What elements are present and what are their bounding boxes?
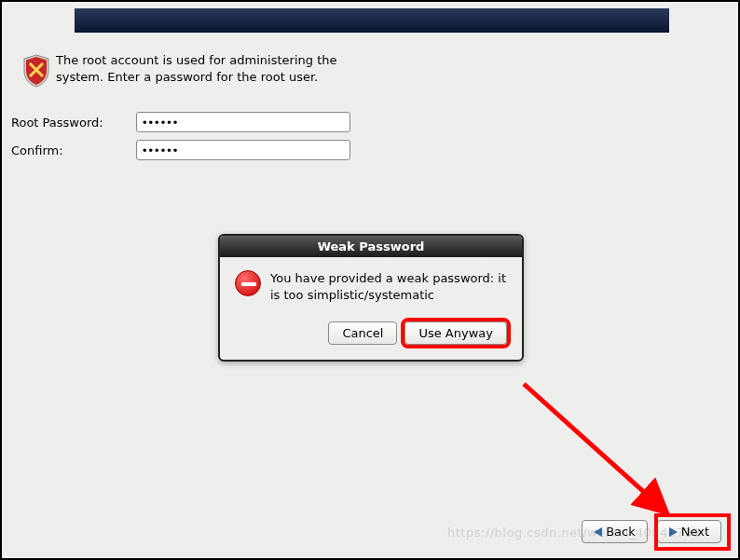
- back-button[interactable]: Back: [582, 520, 648, 543]
- dialog-title: Weak Password: [220, 236, 522, 257]
- arrow-right-icon: [669, 527, 678, 537]
- top-banner: [75, 8, 669, 33]
- arrow-left-icon: [594, 527, 602, 537]
- back-button-label: Back: [606, 525, 636, 539]
- root-password-input[interactable]: [136, 112, 350, 132]
- dialog-message: You have provided a weak password: it is…: [270, 270, 507, 303]
- weak-password-dialog: Weak Password You have provided a weak p…: [218, 234, 524, 362]
- next-button[interactable]: Next: [657, 520, 721, 543]
- cancel-button[interactable]: Cancel: [328, 321, 397, 345]
- use-anyway-button[interactable]: Use Anyway: [404, 321, 507, 345]
- description-text: The root account is used for administeri…: [56, 52, 354, 85]
- next-button-label: Next: [681, 525, 709, 539]
- annotation-arrow: [514, 375, 692, 533]
- root-shield-icon: [22, 54, 50, 88]
- root-password-label: Root Password:: [11, 116, 136, 130]
- confirm-password-input[interactable]: [136, 140, 350, 160]
- confirm-password-label: Confirm:: [11, 143, 136, 157]
- svg-line-0: [524, 384, 664, 510]
- error-icon: [235, 270, 261, 296]
